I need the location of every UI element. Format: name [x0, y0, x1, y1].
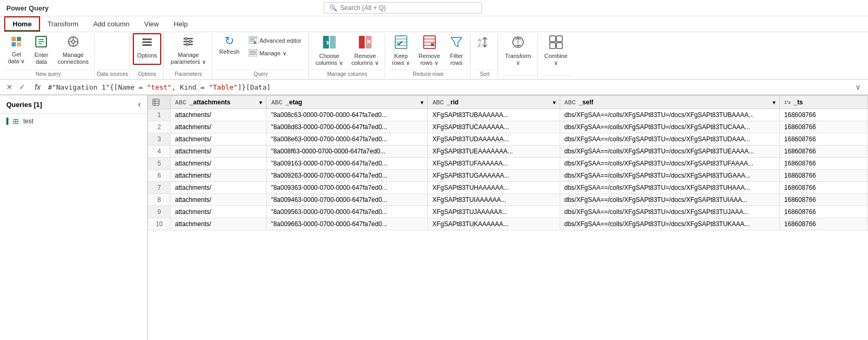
col-dropdown-etag[interactable]: ▾	[421, 100, 423, 105]
svg-rect-3	[17, 42, 21, 46]
col-header-rid[interactable]: ABC _rid ▾	[428, 96, 560, 109]
svg-point-21	[189, 41, 191, 43]
refresh-button[interactable]: ↻ Refresh	[216, 33, 243, 65]
search-icon: 🔍	[329, 4, 337, 12]
cell-self: dbs/XFgSAA==/colls/XFgSAPt83TU=/docs/XFg…	[560, 206, 779, 218]
cell-attachments: attachments/	[171, 194, 267, 206]
enter-data-button[interactable]: Enterdata	[30, 33, 53, 67]
formula-bar-icons: ✕ ✓	[4, 82, 27, 92]
remove-rows-button[interactable]: Removerows ∨	[415, 33, 444, 69]
svg-rect-14	[142, 38, 152, 40]
options-icon	[141, 36, 153, 51]
cell-attachments: attachments/	[171, 182, 267, 194]
cell-rownum: 2	[148, 121, 171, 133]
keep-rows-button[interactable]: Keeprows ∨	[388, 33, 414, 69]
col-header-self[interactable]: ABC _self ▾	[560, 96, 779, 109]
cell-attachments: attachments/	[171, 206, 267, 218]
cell-etag: "8a008d63-0000-0700-0000-647fa7ed0...	[267, 121, 428, 133]
advanced-editor-button[interactable]: Advanced editor	[244, 34, 306, 47]
remove-columns-button[interactable]: Removecolumns ∨	[348, 33, 383, 69]
table-row: 4 attachments/ "8a008f63-0000-0700-0000-…	[148, 145, 868, 158]
search-input[interactable]	[340, 4, 472, 12]
sidebar-title: Queries [1]	[6, 101, 42, 109]
manage-query-button[interactable]: Manage ∨	[244, 47, 306, 60]
data-grid: ABC _attachments ▾ ABC _etag ▾	[148, 95, 868, 230]
cell-rid: XFgSAPt83TUIAAAAAA...	[428, 194, 560, 206]
col-header-etag[interactable]: ABC _etag ▾	[267, 96, 428, 109]
manage-parameters-icon	[182, 35, 194, 50]
cell-self: dbs/XFgSAA==/colls/XFgSAPt83TU=/docs/XFg…	[560, 170, 779, 182]
combine-button[interactable]: Combine∨	[541, 33, 571, 69]
formula-confirm-icon[interactable]: ✓	[17, 82, 27, 92]
cell-self: dbs/XFgSAA==/colls/XFgSAPt83TU=/docs/XFg…	[560, 194, 779, 206]
col-label-etag: _etag	[286, 99, 302, 106]
formula-cancel-icon[interactable]: ✕	[4, 82, 15, 92]
cell-ts: 168608766	[780, 206, 868, 218]
formula-expand-icon[interactable]: ∨	[852, 82, 864, 92]
col-header-ts[interactable]: 1²₃ _ts	[780, 96, 868, 109]
data-grid-area[interactable]: ABC _attachments ▾ ABC _etag ▾	[148, 95, 868, 340]
tab-view[interactable]: View	[137, 17, 167, 31]
combine-group-label	[541, 75, 571, 78]
cell-ts: 168608766	[780, 194, 868, 206]
cell-ts: 168608766	[780, 145, 868, 158]
cell-self: dbs/XFgSAA==/colls/XFgSAPt83TU=/docs/XFg…	[560, 218, 779, 230]
get-data-button[interactable]: Getdata ∨	[4, 33, 28, 67]
ribbon-content: Getdata ∨ Enterdata Manageconnections Ne…	[0, 32, 868, 79]
cell-rownum: 10	[148, 218, 171, 230]
cell-etag: "8a008f63-0000-0700-0000-647fa7ed0...	[267, 145, 428, 158]
cell-rownum: 6	[148, 170, 171, 182]
cell-etag: "8a009463-0000-0700-0000-647fa7ed0...	[267, 194, 428, 206]
reduce-rows-label: Reduce rows	[388, 70, 468, 78]
col-dropdown-attachments[interactable]: ▾	[259, 100, 262, 105]
manage-query-dropdown-icon: ∨	[282, 50, 287, 57]
cell-rownum: 7	[148, 182, 171, 194]
manage-parameters-label: Manageparameters ∨	[171, 52, 206, 65]
svg-point-9	[72, 40, 75, 43]
manage-query-icon	[249, 49, 257, 57]
cell-etag: "8a008c63-0000-0700-0000-647fa7ed0...	[267, 109, 428, 121]
table-row: 1 attachments/ "8a008c63-0000-0700-0000-…	[148, 109, 868, 121]
col-dropdown-rid[interactable]: ▾	[553, 100, 555, 105]
manage-connections-button[interactable]: Manageconnections	[54, 33, 92, 67]
cell-rid: XFgSAPt83TUFAAAAAA...	[428, 158, 560, 170]
search-box[interactable]: 🔍	[324, 2, 482, 14]
sidebar: Queries [1] ‹ ⊞ test	[0, 95, 148, 340]
options-label: Options	[137, 52, 157, 59]
cell-rid: XFgSAPt83TUDAAAAAA...	[428, 133, 560, 145]
transform-button[interactable]: Transform∨	[501, 33, 535, 69]
svg-point-22	[186, 43, 188, 45]
table-row: 10 attachments/ "8a009663-0000-0700-0000…	[148, 218, 868, 230]
cell-rownum: 3	[148, 133, 171, 145]
col-label-self: _self	[579, 99, 593, 106]
col-dropdown-self[interactable]: ▾	[773, 100, 775, 105]
sidebar-collapse-button[interactable]: ‹	[138, 100, 141, 109]
choose-columns-button[interactable]: Choosecolumns ∨	[312, 33, 347, 69]
tab-home[interactable]: Home	[4, 16, 40, 32]
sort-button[interactable]: A Z	[474, 33, 495, 65]
options-group-label: Options	[133, 70, 161, 78]
cell-rid: XFgSAPt83TUCAAAAAA...	[428, 121, 560, 133]
ribbon-group-data-sources: Data sources	[96, 33, 130, 78]
sidebar-item-test[interactable]: ⊞ test	[0, 114, 147, 129]
col-header-attachments[interactable]: ABC _attachments ▾	[171, 96, 267, 109]
filter-rows-label: Filterrows	[450, 53, 463, 66]
filter-rows-button[interactable]: Filterrows	[445, 33, 468, 69]
svg-rect-15	[142, 42, 152, 43]
cell-ts: 168608766	[780, 133, 868, 145]
tab-help[interactable]: Help	[166, 17, 195, 31]
remove-rows-label: Removerows ∨	[418, 53, 440, 66]
manage-parameters-button[interactable]: Manageparameters ∨	[167, 33, 210, 67]
formula-content[interactable]: #"Navigation 1"{[Name = "test", Kind = "…	[48, 83, 848, 91]
tab-transform[interactable]: Transform	[40, 17, 86, 31]
cell-rownum: 1	[148, 109, 171, 121]
options-button[interactable]: Options	[133, 33, 161, 65]
remove-rows-icon	[423, 35, 436, 51]
svg-rect-57	[557, 43, 562, 48]
cell-attachments: attachments/	[171, 109, 267, 121]
new-query-label: New query	[4, 70, 92, 78]
cell-ts: 168608766	[780, 109, 868, 121]
tab-add-column[interactable]: Add column	[86, 17, 137, 31]
cell-ts: 168608766	[780, 218, 868, 230]
remove-columns-icon	[358, 35, 372, 51]
